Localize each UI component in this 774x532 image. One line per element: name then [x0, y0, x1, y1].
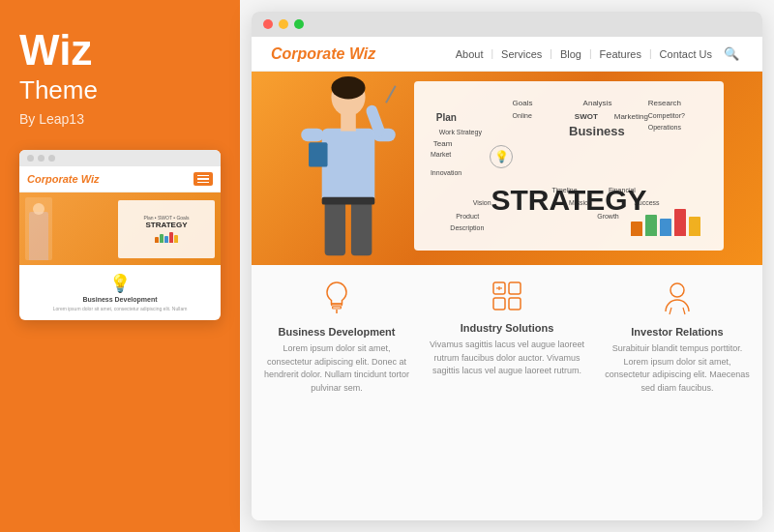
site-logo: Corporate Wiz [271, 45, 375, 63]
theme-author: By Leap13 [19, 111, 84, 127]
wb-word-plan: Plan [436, 112, 457, 123]
whiteboard-words: Goals Analysis Research Plan Online SWOT… [428, 91, 710, 241]
mini-features-section: 💡 Business Development Lorem ipsum dolor… [19, 265, 221, 320]
feature-title-1: Industry Solutions [461, 322, 554, 334]
svg-rect-2 [322, 129, 375, 204]
mini-logo: Corporate Wiz [27, 173, 99, 185]
site-header: Corporate Wiz About | Services | Blog | … [252, 37, 762, 72]
svg-rect-16 [509, 282, 521, 294]
feature-text-2: Surabituir blandit tempus porttitor. Lor… [600, 342, 755, 395]
svg-rect-4 [301, 129, 323, 142]
mini-bulb-icon: 💡 [109, 275, 131, 292]
browser-dot-maximize[interactable] [294, 19, 304, 29]
svg-point-21 [670, 283, 684, 297]
browser-window: Corporate Wiz About | Services | Blog | … [252, 12, 762, 520]
search-icon[interactable]: 🔍 [720, 44, 743, 63]
mini-chart-bars [155, 231, 178, 243]
hero-whiteboard: Goals Analysis Research Plan Online SWOT… [414, 81, 724, 251]
feature-text-0: Lorem ipsum dolor sit amet, consectetur … [259, 342, 414, 395]
mini-dot-2 [38, 155, 45, 162]
right-panel: Corporate Wiz About | Services | Blog | … [240, 0, 774, 532]
wb-word-team: Team [433, 139, 453, 148]
nav-features[interactable]: Features [594, 46, 647, 62]
browser-chrome-bar [252, 12, 762, 37]
wb-word-competitor: Competitor? [648, 112, 685, 119]
left-panel: Wiz Theme By Leap13 Corporate Wiz P [0, 0, 240, 532]
mini-dot-1 [27, 155, 34, 162]
site-features-section: Business Development Lorem ipsum dolor s… [252, 265, 762, 520]
wb-word-business: Business [569, 124, 625, 138]
menu-line-3 [197, 182, 209, 184]
mini-feature-text: Lorem ipsum dolor sit amet, consectetur … [53, 306, 188, 312]
browser-dot-minimize[interactable] [279, 19, 288, 29]
mini-feature-title: Business Development [82, 296, 157, 303]
wb-strategy-text: STRATEGY [491, 184, 646, 217]
svg-rect-8 [325, 199, 345, 256]
wb-word-online: Online [513, 112, 532, 119]
mini-person-figure [25, 197, 52, 260]
svg-rect-12 [332, 304, 342, 306]
mini-browser-bar [19, 150, 221, 166]
mini-dot-3 [48, 155, 55, 162]
site-nav: About | Services | Blog | Features | Con… [450, 44, 743, 63]
theme-name: Wiz [19, 29, 92, 72]
wb-word-innovation: Innovation [431, 169, 461, 176]
mini-whiteboard: Plan • SWOT • Goals STRATEGY [118, 200, 215, 258]
svg-rect-18 [509, 298, 521, 310]
wb-word-product: Product [456, 213, 479, 220]
svg-rect-3 [341, 114, 356, 132]
feature-title-0: Business Development [278, 326, 395, 338]
menu-line-2 [197, 178, 209, 180]
nav-blog[interactable]: Blog [554, 46, 587, 62]
browser-dot-close[interactable] [263, 19, 273, 29]
wb-chart [631, 209, 700, 236]
wb-word-description: Description [450, 224, 484, 231]
wb-word-workstrat: Work Strategy [439, 129, 482, 135]
mini-site-header: Corporate Wiz [19, 166, 221, 192]
mini-icon-row: 💡 [109, 275, 131, 292]
hero-person-figure [300, 76, 397, 265]
nav-about[interactable]: About [450, 46, 490, 62]
nav-contact[interactable]: Contact Us [654, 46, 718, 62]
mini-logo-text: Corporate [27, 173, 78, 185]
wb-word-vision: Vision [473, 199, 491, 206]
wb-word-goals: Goals [513, 99, 533, 107]
wb-word-research: Research [648, 99, 681, 107]
svg-rect-10 [322, 197, 375, 205]
mini-menu-button[interactable] [194, 172, 213, 186]
wb-word-market: Market [431, 151, 451, 158]
wb-word-analysis: Analysis [583, 99, 612, 107]
svg-rect-11 [309, 142, 328, 166]
feature-industry: Industry Solutions Vivamus sagittis lacu… [430, 281, 584, 378]
grid-icon [491, 281, 522, 316]
wb-word-swot: SWOT [575, 112, 598, 121]
svg-point-1 [331, 76, 365, 99]
site-logo-text: Corporate [271, 45, 344, 62]
feature-business-dev: Business Development Lorem ipsum dolor s… [259, 281, 414, 395]
theme-label: Theme [19, 75, 98, 105]
feature-text-1: Vivamus sagittis lacus vel augue laoreet… [430, 339, 584, 378]
svg-line-7 [386, 86, 396, 103]
mini-preview-card: Corporate Wiz Plan • SWOT • Goals STRATE… [19, 150, 221, 320]
wb-word-marketing: Marketing [614, 112, 648, 121]
wb-word-operations: Operations [648, 124, 681, 131]
feature-investor: Investor Relations Surabituir blandit te… [600, 281, 755, 395]
mini-strategy-text: STRATEGY [146, 221, 188, 229]
mini-logo-accent: Wiz [81, 173, 100, 185]
svg-line-23 [683, 308, 685, 314]
site-hero-section: Goals Analysis Research Plan Online SWOT… [252, 72, 762, 265]
nav-services[interactable]: Services [495, 46, 548, 62]
person-icon [662, 281, 693, 320]
menu-line-1 [197, 175, 209, 177]
svg-rect-13 [333, 307, 342, 309]
mini-hero: Plan • SWOT • Goals STRATEGY [19, 192, 221, 265]
wb-bulb-circle: 💡 [490, 145, 513, 168]
site-logo-accent: Wiz [349, 45, 375, 62]
mini-hero-content: Plan • SWOT • Goals STRATEGY [19, 193, 221, 264]
svg-line-22 [670, 308, 671, 314]
svg-rect-9 [351, 199, 372, 256]
feature-title-2: Investor Relations [631, 326, 723, 338]
bulb-icon [321, 281, 352, 320]
svg-rect-17 [493, 298, 505, 310]
